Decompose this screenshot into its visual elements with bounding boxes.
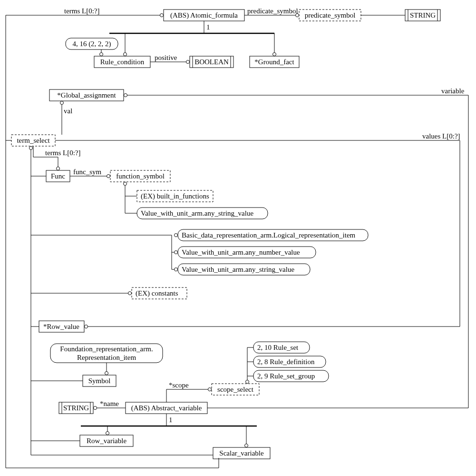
constants: (EX) constants <box>136 289 178 298</box>
svg-point-54 <box>124 182 127 186</box>
repr-item-l1: Foundation_representation_arm. <box>60 345 153 353</box>
svg-point-63 <box>175 234 178 237</box>
svg-point-91 <box>208 388 212 391</box>
svg-point-49 <box>57 167 60 170</box>
val-label: val <box>64 107 72 115</box>
row-variable: Row_variable <box>87 437 126 445</box>
vwu-number: Value_with_unit_arm.any_number_value <box>182 248 300 256</box>
svg-point-81 <box>246 380 249 384</box>
rule-condition: Rule_condition <box>100 58 145 66</box>
rule-set-ref: 2, 10 Rule_set <box>257 344 299 351</box>
function-symbol: function_symbol <box>116 172 165 180</box>
one-top: 1 <box>206 23 210 31</box>
vwu-string-1: Value_with_unit_arm.any_string_value <box>141 209 253 217</box>
svg-point-64 <box>175 251 178 254</box>
values-label: values L[0:?] <box>422 132 460 140</box>
terms-top-label: terms L[0:?] <box>64 7 100 15</box>
svg-point-39 <box>29 147 33 150</box>
predicate-symbol-label: predicate_symbol <box>247 7 298 15</box>
svg-point-18 <box>273 53 276 56</box>
svg-point-93 <box>94 407 97 410</box>
scope-select: scope_select <box>217 386 254 393</box>
svg-point-24 <box>186 60 190 64</box>
svg-point-51 <box>107 175 110 178</box>
scalar-variable: Scalar_variable <box>219 449 264 457</box>
string-name: STRING <box>63 404 89 412</box>
name-label: *name <box>100 400 119 407</box>
rule-def-ref: 2, 8 Rule_definition <box>257 358 315 366</box>
page-ref: 4, 16 (2, 2, 2) <box>72 40 111 48</box>
svg-point-35 <box>60 101 64 105</box>
built-in-functions: (EX) built_in_functions <box>141 192 209 200</box>
ground-fact: *Ground_fact <box>254 58 294 66</box>
predicate-symbol-type: predicate_symbol <box>305 11 356 19</box>
func: Func <box>51 172 65 180</box>
row-value: *Row_value <box>43 323 79 330</box>
scope-label: *scope <box>169 381 189 389</box>
svg-point-76 <box>105 372 108 375</box>
positive-label: positive <box>155 54 177 61</box>
one-bottom: 1 <box>169 416 173 424</box>
svg-point-9 <box>160 14 164 17</box>
symbol: Symbol <box>88 377 111 385</box>
svg-point-31 <box>124 94 127 97</box>
svg-point-100 <box>106 432 109 435</box>
vwu-string-2: Value_with_unit_arm.any_string_value <box>182 266 294 273</box>
svg-point-21 <box>100 53 103 56</box>
svg-point-65 <box>175 268 178 271</box>
svg-point-43 <box>85 325 88 328</box>
func-sym-label: func_sym <box>73 168 101 176</box>
boolean: BOOLEAN <box>194 58 229 66</box>
rule-set-group-ref: 2, 9 Rule_set_group <box>257 372 315 380</box>
atomic-formula: (ABS) Atomic_formula <box>170 11 238 20</box>
terms-func-label: terms L[0:?] <box>45 149 81 157</box>
string-top: STRING <box>410 11 436 19</box>
svg-point-16 <box>124 53 127 56</box>
global-assignment: *Global_assignment <box>57 91 116 99</box>
term-select: term_select <box>17 137 50 144</box>
abstract-variable: (ABS) Abstract_variable <box>131 404 202 412</box>
svg-point-102 <box>245 444 248 447</box>
variable-label: variable <box>441 87 465 95</box>
repr-item-l2: Representation_item <box>77 354 136 361</box>
basic-logical: Basic_data_representation_arm.Logical_re… <box>182 231 356 239</box>
svg-point-70 <box>128 292 132 295</box>
